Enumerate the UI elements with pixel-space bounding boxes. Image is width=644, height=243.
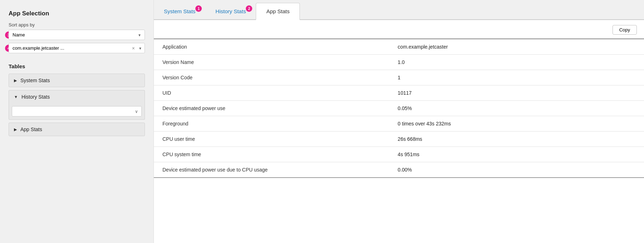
tab-app-stats-label: App Stats (266, 8, 289, 14)
table-group-app-stats: ▶ App Stats (9, 123, 145, 136)
table-item-history-stats[interactable]: ▼ History Stats (9, 90, 145, 103)
history-stats-inner-select[interactable] (12, 106, 142, 116)
tab-history-stats[interactable]: History Stats 2 (205, 3, 256, 20)
copy-row: Copy (154, 20, 644, 39)
content-area: Copy Applicationcom.example.jetcasterVer… (154, 20, 644, 243)
table-row: UID10117 (154, 85, 644, 101)
tab-history-stats-label: History Stats (215, 8, 246, 14)
table-row: CPU system time4s 951ms (154, 147, 644, 162)
history-stats-label: History Stats (21, 94, 50, 100)
stat-key: Device estimated power use due to CPU us… (154, 162, 389, 178)
app-select[interactable]: com.example.jetcaster ... (9, 43, 145, 53)
tab-app-stats[interactable]: App Stats (256, 3, 300, 20)
stat-value: 1 (389, 70, 644, 85)
tab-system-stats[interactable]: System Stats 1 (154, 3, 205, 20)
table-row: Foreground0 times over 43s 232ms (154, 116, 644, 132)
history-stats-arrow-icon: ▼ (14, 95, 18, 99)
tab-system-stats-label: System Stats (164, 8, 195, 14)
history-stats-select-wrapper (12, 106, 142, 116)
stat-value: 0 times over 43s 232ms (389, 116, 644, 132)
stats-table: Applicationcom.example.jetcasterVersion … (154, 39, 644, 178)
sidebar-title: App Selection (9, 10, 145, 17)
stat-key: Application (154, 39, 389, 55)
stat-key: Foreground (154, 116, 389, 132)
table-item-system-stats[interactable]: ▶ System Stats (9, 74, 145, 87)
table-row: Applicationcom.example.jetcaster (154, 39, 644, 55)
main-content: System Stats 1 History Stats 2 App Stats… (154, 0, 644, 243)
app-stats-arrow-icon: ▶ (14, 127, 17, 132)
stat-value: 26s 668ms (389, 132, 644, 147)
stat-value: 4s 951ms (389, 147, 644, 162)
history-stats-expanded (9, 103, 145, 120)
stat-key: CPU system time (154, 147, 389, 162)
stat-value: 10117 (389, 85, 644, 101)
tabs-bar: System Stats 1 History Stats 2 App Stats (154, 0, 644, 20)
table-item-app-stats[interactable]: ▶ App Stats (9, 123, 145, 136)
table-group-system-stats: ▶ System Stats (9, 74, 145, 87)
sort-label: Sort apps by (9, 22, 145, 28)
stat-value: 1.0 (389, 55, 644, 70)
tables-title: Tables (9, 63, 145, 69)
stat-key: Version Name (154, 55, 389, 70)
system-stats-arrow-icon: ▶ (14, 78, 17, 83)
stat-key: Device estimated power use (154, 101, 389, 116)
stat-key: UID (154, 85, 389, 101)
stat-value: com.example.jetcaster (389, 39, 644, 55)
sidebar: App Selection Sort apps by 3 Name Packag… (0, 0, 154, 243)
table-row: Version Name1.0 (154, 55, 644, 70)
table-group-history-stats: ▼ History Stats (9, 90, 145, 120)
stat-value: 0.00% (389, 162, 644, 178)
system-stats-label: System Stats (20, 78, 50, 83)
table-row: Device estimated power use0.05% (154, 101, 644, 116)
stat-key: CPU user time (154, 132, 389, 147)
table-row: CPU user time26s 668ms (154, 132, 644, 147)
app-stats-label: App Stats (20, 127, 42, 132)
sort-select[interactable]: Name Package UID (9, 30, 145, 40)
tab-history-stats-badge: 2 (246, 5, 252, 12)
stat-key: Version Code (154, 70, 389, 85)
stat-value: 0.05% (389, 101, 644, 116)
copy-button[interactable]: Copy (613, 25, 637, 35)
table-row: Version Code1 (154, 70, 644, 85)
table-row: Device estimated power use due to CPU us… (154, 162, 644, 178)
tab-system-stats-badge: 1 (195, 5, 202, 12)
